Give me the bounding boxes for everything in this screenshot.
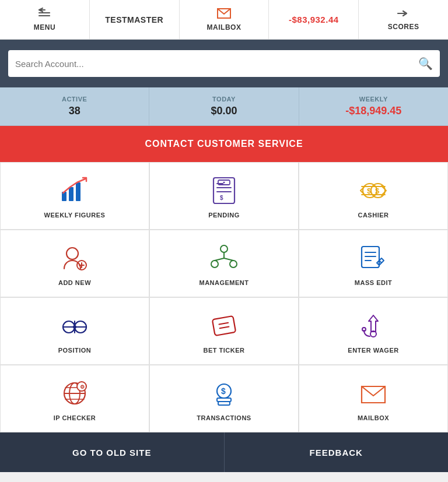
scores-button[interactable]: SCORES bbox=[359, 0, 448, 39]
svg-rect-40 bbox=[212, 316, 236, 336]
management-label: MANAGEMENT bbox=[199, 279, 249, 286]
pending-icon: $ bbox=[209, 175, 239, 206]
mailbox-grid-button[interactable]: MAILBOX bbox=[299, 365, 448, 432]
svg-line-28 bbox=[215, 258, 224, 261]
pending-button[interactable]: $ PENDING bbox=[149, 162, 299, 230]
weekly-stat: WEEKLY -$18,949.45 bbox=[299, 87, 448, 125]
active-stat: ACTIVE 38 bbox=[0, 87, 149, 125]
svg-rect-55 bbox=[218, 402, 230, 405]
svg-point-26 bbox=[230, 261, 237, 268]
feedback-button[interactable]: FEEDBACK bbox=[225, 432, 449, 472]
search-input[interactable] bbox=[15, 59, 418, 69]
svg-line-42 bbox=[220, 327, 229, 329]
today-label: TODAY bbox=[212, 96, 236, 103]
weekly-figures-icon bbox=[60, 175, 90, 206]
position-button[interactable]: POSITION bbox=[0, 297, 149, 365]
svg-point-25 bbox=[211, 261, 218, 268]
menu-grid: WEEKLY FIGURES $ PENDING $ $ bbox=[0, 162, 448, 432]
svg-point-20 bbox=[66, 248, 78, 259]
svg-line-41 bbox=[219, 323, 228, 325]
mass-edit-button[interactable]: MASS EDIT bbox=[299, 230, 448, 297]
cta-label: CONTACT CUSTOMER SERVICE bbox=[145, 139, 303, 149]
enter-wager-button[interactable]: ENTER WAGER bbox=[299, 297, 448, 365]
menu-icon bbox=[38, 8, 51, 21]
svg-point-12 bbox=[223, 182, 225, 184]
search-icon[interactable]: 🔍 bbox=[418, 57, 433, 71]
today-value: $0.00 bbox=[211, 105, 237, 117]
balance-button[interactable]: -$83,932.44 bbox=[269, 0, 359, 39]
scores-label: SCORES bbox=[388, 23, 419, 31]
menu-button[interactable]: MENU bbox=[0, 0, 90, 39]
bet-ticker-label: BET TICKER bbox=[204, 347, 245, 354]
bottom-row: GO TO OLD SITE FEEDBACK bbox=[0, 432, 448, 472]
feedback-label: FEEDBACK bbox=[310, 448, 363, 458]
svg-rect-6 bbox=[76, 182, 80, 201]
ip-checker-button[interactable]: ⚙ IP CHECKER bbox=[0, 365, 149, 432]
transactions-button[interactable]: $ TRANSACTIONS bbox=[149, 365, 299, 432]
cashier-label: CASHIER bbox=[358, 212, 388, 219]
add-new-button[interactable]: ADD NEW bbox=[0, 230, 149, 297]
go-to-old-site-button[interactable]: GO TO OLD SITE bbox=[0, 432, 225, 472]
ip-checker-icon: ⚙ bbox=[60, 378, 90, 409]
active-label: ACTIVE bbox=[62, 96, 87, 103]
svg-text:$: $ bbox=[220, 195, 223, 201]
svg-point-24 bbox=[220, 245, 228, 252]
scores-icon bbox=[397, 8, 411, 20]
add-new-label: ADD NEW bbox=[58, 279, 91, 286]
svg-rect-5 bbox=[69, 187, 74, 201]
user-button[interactable]: TESTMASTER bbox=[90, 0, 180, 39]
bet-ticker-icon bbox=[209, 311, 239, 341]
cashier-icon: $ $ bbox=[358, 175, 388, 206]
weekly-value: -$18,949.45 bbox=[345, 105, 401, 117]
active-value: 38 bbox=[69, 105, 80, 117]
ip-checker-label: IP CHECKER bbox=[54, 414, 96, 421]
svg-text:⚙: ⚙ bbox=[80, 384, 85, 390]
search-container: 🔍 bbox=[8, 50, 440, 77]
mailbox-nav-label: MAILBOX bbox=[207, 23, 242, 31]
pending-label: PENDING bbox=[208, 212, 240, 219]
weekly-figures-label: WEEKLY FIGURES bbox=[44, 212, 106, 219]
svg-text:$: $ bbox=[375, 187, 380, 195]
position-icon bbox=[60, 311, 90, 341]
mailbox-nav-icon bbox=[216, 8, 232, 21]
svg-point-44 bbox=[362, 328, 366, 331]
today-stat: TODAY $0.00 bbox=[149, 87, 299, 125]
user-label: TESTMASTER bbox=[105, 15, 163, 24]
add-new-icon bbox=[60, 243, 90, 273]
mailbox-grid-label: MAILBOX bbox=[358, 414, 389, 421]
weekly-label: WEEKLY bbox=[359, 96, 388, 103]
bet-ticker-button[interactable]: BET TICKER bbox=[149, 297, 299, 365]
position-label: POSITION bbox=[58, 347, 92, 354]
management-icon bbox=[209, 243, 239, 273]
svg-point-39 bbox=[73, 325, 76, 329]
enter-wager-icon bbox=[358, 311, 388, 341]
mass-edit-icon bbox=[358, 243, 388, 273]
search-bar: 🔍 bbox=[0, 40, 448, 87]
top-nav: MENU TESTMASTER MAILBOX -$83,932.44 SCOR… bbox=[0, 0, 448, 40]
cashier-button[interactable]: $ $ CASHIER bbox=[299, 162, 448, 230]
management-button[interactable]: MANAGEMENT bbox=[149, 230, 299, 297]
stats-row: ACTIVE 38 TODAY $0.00 WEEKLY -$18,949.45 bbox=[0, 87, 448, 126]
mailbox-button[interactable]: MAILBOX bbox=[180, 0, 270, 39]
contact-cs-button[interactable]: CONTACT CUSTOMER SERVICE bbox=[0, 126, 448, 162]
menu-label: MENU bbox=[34, 23, 55, 31]
old-site-label: GO TO OLD SITE bbox=[72, 448, 151, 458]
svg-text:$: $ bbox=[221, 386, 226, 396]
balance-value: -$83,932.44 bbox=[289, 15, 339, 24]
transactions-label: TRANSACTIONS bbox=[197, 414, 251, 421]
enter-wager-label: ENTER WAGER bbox=[348, 347, 398, 354]
weekly-figures-button[interactable]: WEEKLY FIGURES bbox=[0, 162, 149, 230]
transactions-icon: $ bbox=[209, 378, 239, 409]
svg-line-29 bbox=[224, 258, 233, 261]
mass-edit-label: MASS EDIT bbox=[355, 279, 392, 286]
mailbox-grid-icon bbox=[358, 378, 388, 409]
